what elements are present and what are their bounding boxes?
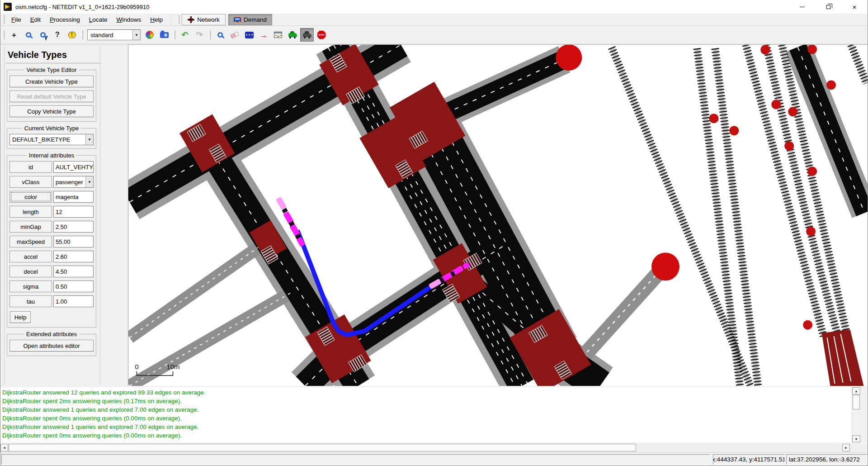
vclass-label-button[interactable]: vClass [9, 176, 52, 188]
vclass-combobox[interactable]: passenger ▼ [53, 176, 94, 188]
scale-ten-label: 10m [166, 363, 179, 371]
demand-supermode-button[interactable]: Demand [228, 14, 272, 25]
toolbar: + ? ! standard ▼ ↶ ↷ → STOP [0, 26, 868, 44]
menu-edit[interactable]: Edit [26, 14, 45, 25]
arrow-up-icon: ▲ [855, 390, 858, 393]
demand-icon [234, 17, 241, 22]
zoom-extents-button[interactable] [22, 28, 35, 42]
toolbar-grip-1[interactable] [3, 30, 5, 39]
vehicle-type-mode-button[interactable] [300, 28, 314, 42]
toolbar-grip-4[interactable] [209, 30, 211, 39]
zoom-cursor-button[interactable] [36, 28, 50, 42]
decel-label-button[interactable]: decel [9, 266, 52, 277]
dead-end-marker[interactable] [556, 45, 582, 71]
copy-vehicle-type-button[interactable]: Copy Vehicle Type [9, 105, 94, 117]
question-mark-icon: ? [55, 31, 60, 39]
sigma-label-button[interactable]: sigma [9, 281, 52, 292]
chevron-down-icon[interactable]: ▼ [85, 176, 93, 187]
chevron-down-icon[interactable]: ▼ [85, 134, 93, 145]
attr-row-length: length 12 [9, 206, 94, 218]
attr-row-accel: accel 2.60 [9, 251, 94, 262]
decel-field[interactable]: 4.50 [53, 266, 94, 277]
scrollbar-thumb[interactable] [9, 444, 636, 452]
delete-mode-button[interactable] [228, 28, 241, 42]
length-field[interactable]: 12 [53, 206, 94, 218]
netedit-window: osm.netccfg - NETEDIT v1_1_0+1621-29b095… [0, 0, 868, 466]
color-label-button[interactable]: color [9, 191, 52, 203]
scroll-left-button[interactable]: ◄ [0, 444, 8, 452]
network-canvas[interactable]: 0 10m [128, 45, 868, 386]
toolbar-grip-3[interactable] [174, 30, 175, 39]
accel-label-button[interactable]: accel [9, 251, 52, 262]
menu-processing[interactable]: Processing [45, 14, 85, 25]
menu-locate[interactable]: Locate [85, 14, 112, 25]
supermode-grip[interactable] [178, 15, 179, 24]
inspect-mode-button[interactable] [213, 28, 227, 42]
attr-row-sigma: sigma 0.50 [9, 281, 94, 292]
road-edges[interactable] [130, 45, 865, 386]
view-scheme-combobox[interactable]: standard ▼ [87, 29, 141, 40]
messages-button[interactable]: ! [65, 28, 79, 42]
help-button[interactable]: Help [10, 311, 31, 323]
move-mode-button[interactable]: → [257, 28, 270, 42]
attr-row-tau: tau 1.00 [9, 295, 94, 307]
locate-help-button[interactable]: ? [51, 28, 64, 42]
route-mode-button[interactable] [271, 28, 285, 42]
log-horizontal-scrollbar[interactable]: ◄ ► [0, 443, 868, 452]
network-view[interactable]: 0 10m [128, 44, 868, 386]
minimize-button[interactable] [789, 0, 815, 14]
menu-help[interactable]: Help [146, 14, 167, 25]
restore-button[interactable] [815, 0, 841, 14]
log-line: DijkstraRouter spent 0ms answering queri… [2, 414, 852, 423]
window-title: osm.netccfg - NETEDIT v1_1_0+1621-29b095… [15, 4, 149, 10]
accel-field[interactable]: 2.60 [53, 251, 94, 262]
log-vertical-scrollbar[interactable]: ▲ ▼ [852, 387, 860, 442]
length-label-button[interactable]: length [9, 206, 52, 218]
arrow-right-icon: ► [844, 446, 848, 449]
menubar-grip[interactable] [3, 15, 5, 24]
reset-default-vehicle-type-button[interactable]: Reset default Vehicle Type [9, 90, 94, 102]
netedit-app-icon [4, 3, 12, 11]
vehicle-mode-button[interactable] [286, 28, 299, 42]
id-label-button[interactable]: id [9, 161, 52, 173]
sigma-field[interactable]: 0.50 [53, 281, 94, 292]
snapshot-button[interactable] [157, 28, 171, 42]
status-message-cell [1, 454, 710, 465]
scroll-right-button[interactable]: ► [842, 444, 850, 452]
rail-junction-fan[interactable] [822, 329, 864, 386]
maxspeed-label-button[interactable]: maxSpeed [9, 236, 52, 247]
close-button[interactable]: × [841, 0, 868, 14]
menu-windows[interactable]: Windows [112, 14, 146, 25]
undo-button[interactable]: ↶ [178, 28, 192, 42]
mingap-label-button[interactable]: minGap [9, 221, 52, 233]
select-mode-button[interactable] [242, 28, 256, 42]
mingap-field[interactable]: 2.50 [53, 221, 94, 233]
menu-file[interactable]: File [7, 14, 26, 25]
redo-icon: ↷ [196, 31, 203, 39]
chevron-down-icon[interactable]: ▼ [132, 30, 140, 40]
id-field[interactable]: AULT_VEHTYPE [53, 161, 94, 173]
extended-attributes-group: Extended attributes Open attributes edit… [7, 334, 96, 356]
toolbar-grip-2[interactable] [81, 30, 83, 39]
color-scheme-button[interactable] [143, 28, 156, 42]
tau-field[interactable]: 1.00 [53, 295, 94, 307]
color-field[interactable]: magenta [53, 191, 94, 203]
scrollbar-thumb[interactable] [853, 395, 860, 409]
move-cross-icon: + [12, 31, 16, 39]
create-vehicle-type-button[interactable]: Create Vehicle Type [9, 76, 94, 87]
pan-view-button[interactable]: + [7, 28, 21, 42]
log-line: DijkstraRouter spent 0ms answering queri… [2, 431, 852, 440]
open-attributes-editor-button[interactable]: Open attributes editor [9, 340, 94, 352]
scroll-down-button[interactable]: ▼ [852, 435, 860, 442]
redo-button[interactable]: ↷ [193, 28, 206, 42]
scroll-up-button[interactable]: ▲ [852, 387, 860, 395]
tau-label-button[interactable]: tau [9, 295, 52, 307]
maxspeed-field[interactable]: 55.00 [53, 236, 94, 247]
current-vehicle-type-combobox[interactable]: DEFAULT_BIKETYPE ▼ [9, 134, 94, 145]
current-vehicle-type-value: DEFAULT_BIKETYPE [10, 136, 85, 143]
minimize-icon [800, 7, 805, 7]
dead-end-marker[interactable] [651, 252, 679, 281]
arrow-down-icon: ▼ [855, 437, 858, 441]
stop-mode-button[interactable]: STOP [315, 28, 328, 42]
network-supermode-button[interactable]: Network [182, 14, 226, 25]
